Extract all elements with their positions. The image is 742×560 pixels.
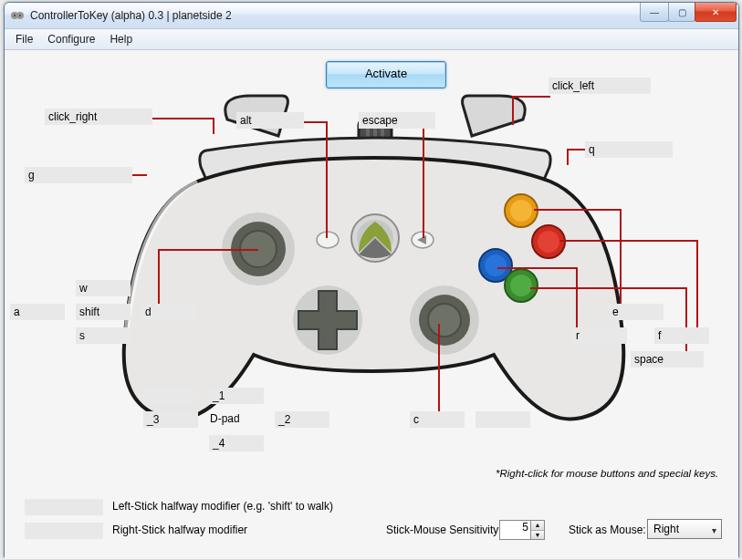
menu-help[interactable]: Help — [102, 31, 140, 47]
svg-point-24 — [538, 231, 559, 253]
map-dpad-left[interactable]: _3 — [143, 411, 198, 428]
map-back[interactable]: alt — [236, 112, 304, 129]
map-lb[interactable]: g — [25, 167, 132, 183]
svg-point-22 — [485, 254, 507, 276]
map-rs-half[interactable] — [25, 523, 103, 539]
map-b[interactable]: f — [654, 327, 709, 344]
svg-point-20 — [428, 304, 461, 337]
stick-as-mouse-dropdown[interactable]: Right — [647, 519, 722, 539]
dpad-label: D-pad — [210, 412, 240, 425]
map-lt[interactable]: click_right — [45, 109, 152, 125]
close-button[interactable]: ✕ — [695, 3, 737, 22]
map-ls-left[interactable]: a — [10, 304, 65, 320]
svg-point-28 — [510, 275, 532, 296]
map-rs-extra[interactable] — [476, 411, 530, 428]
activate-button[interactable]: Activate — [326, 61, 446, 88]
menu-file[interactable]: File — [8, 31, 40, 47]
map-rb[interactable]: q — [585, 141, 673, 158]
maximize-icon: ▢ — [678, 7, 686, 17]
map-ls-click[interactable]: shift — [76, 304, 131, 320]
app-icon — [10, 8, 25, 23]
map-ls-up[interactable]: w — [76, 280, 131, 296]
minimize-button[interactable]: — — [640, 3, 669, 22]
map-dpad-right[interactable]: _2 — [275, 411, 329, 428]
map-x[interactable]: r — [572, 327, 627, 344]
menubar: File Configure Help — [5, 29, 738, 50]
sens-spinner[interactable]: 5 ▲ ▼ — [499, 520, 545, 540]
maximize-button[interactable]: ▢ — [668, 3, 695, 22]
stick-as-mouse-value: Right — [653, 523, 679, 535]
map-rs-click[interactable]: c — [410, 411, 465, 428]
map-y[interactable]: e — [609, 304, 664, 320]
app-window: ControllerToKey (alpha) 0.3 | planetside… — [4, 2, 739, 558]
menu-configure[interactable]: Configure — [40, 31, 102, 47]
hint-label: *Right-click for mouse buttons and speci… — [496, 468, 718, 479]
ls-half-label: Left-Stick halfway modifier (e.g. 'shift… — [112, 500, 333, 513]
map-rt[interactable]: click_left — [549, 78, 651, 94]
map-a[interactable]: space — [631, 351, 704, 368]
map-ls-half[interactable] — [25, 499, 103, 515]
stick-as-mouse-label: Stick as Mouse: — [569, 524, 646, 536]
window-title: ControllerToKey (alpha) 0.3 | planetside… — [30, 9, 232, 22]
svg-point-3 — [14, 15, 16, 16]
minimize-icon: — — [650, 7, 659, 17]
titlebar: ControllerToKey (alpha) 0.3 | planetside… — [5, 3, 738, 29]
close-icon: ✕ — [712, 7, 719, 17]
map-ls-right[interactable]: d — [141, 304, 196, 320]
rs-half-label: Right-Stick halfway modifier — [112, 524, 247, 536]
client-area: Activate — [5, 50, 738, 559]
spin-down-icon[interactable]: ▼ — [531, 531, 544, 540]
sens-value[interactable]: 5 — [499, 520, 531, 540]
spin-buttons[interactable]: ▲ ▼ — [531, 520, 545, 540]
map-dpad-up[interactable]: _1 — [209, 388, 264, 404]
map-dpad-down[interactable]: _4 — [209, 435, 264, 451]
spin-up-icon[interactable]: ▲ — [531, 521, 544, 531]
svg-point-4 — [19, 15, 21, 16]
map-dpad-up-extra[interactable] — [143, 388, 198, 404]
map-start[interactable]: escape — [359, 112, 435, 129]
svg-point-26 — [510, 200, 532, 222]
map-ls-down[interactable]: s — [76, 327, 131, 344]
svg-point-11 — [317, 232, 339, 248]
sens-label: Stick-Mouse Sensitivity: — [386, 524, 502, 536]
